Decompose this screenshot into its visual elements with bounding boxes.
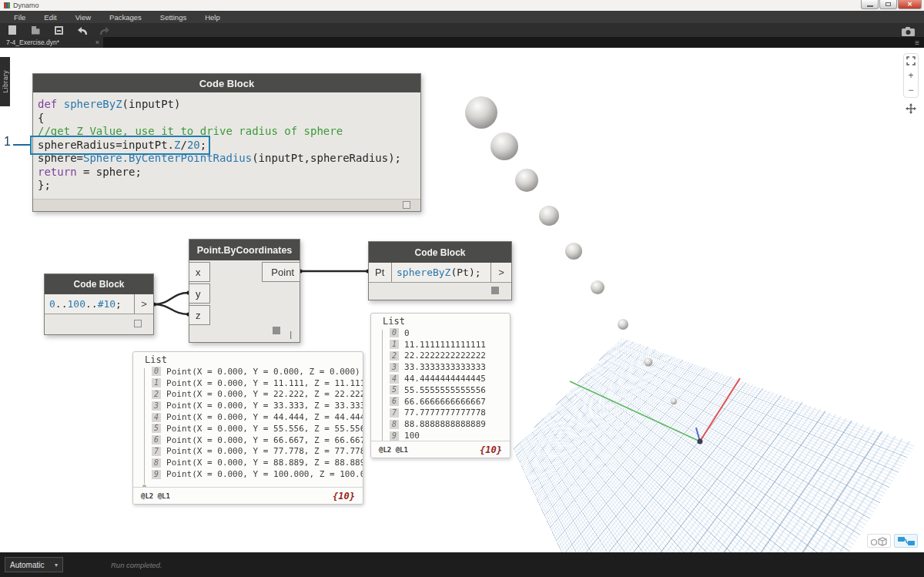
close-button[interactable]: ✕ [898,0,922,9]
library-label: Library [2,70,9,92]
input-port-y[interactable]: y [189,283,210,304]
tab-close-icon[interactable]: × [95,39,99,46]
redo-icon [99,25,110,35]
sphere-3d [618,319,628,330]
maximize-button[interactable] [879,0,897,9]
minimize-icon [867,5,873,7]
lacing-indicator[interactable]: | [290,330,292,339]
sphere-3d [490,133,518,160]
node-code-block-call[interactable]: Code Block Pt sphereByZ(Pt); > [368,241,512,300]
list-item: 1Point(X = 0.000, Y = 11.111, Z = 11.111… [152,377,363,389]
preview-bubble-values[interactable]: List 00111.1111111111111222.222222222222… [370,313,511,458]
list-title: List [133,352,363,366]
list-rows: 0Point(X = 0.000, Y = 0.000, Z = 0.000)1… [152,366,363,480]
menu-item-help[interactable]: Help [196,13,229,22]
list-index-badge: 9 [152,470,161,479]
list-item: 888.8888888888889 [390,418,510,430]
node-code-block-range[interactable]: Code Block 0..100..#10; > [44,273,154,335]
list-item: 4Point(X = 0.000, Y = 44.444, Z = 44.444… [152,411,363,423]
preview-bubble-points[interactable]: List 0Point(X = 0.000, Y = 0.000, Z = 0.… [132,351,363,505]
output-port-point[interactable]: Point [262,262,300,282]
node-header[interactable]: Point.ByCoordinates [189,240,300,260]
node-point-by-coordinates[interactable]: Point.ByCoordinates x y z Point | [189,239,300,343]
list-value: 11.1111111111111 [404,340,486,350]
list-index-badge: 8 [152,458,161,468]
list-index-badge: 5 [390,385,399,394]
list-index-badge: 7 [152,447,161,456]
preview-checkbox[interactable] [403,201,410,209]
list-index-badge: 3 [152,401,161,411]
lacing-levels[interactable]: @L2 @L1 [379,446,408,454]
list-rows: 00111.1111111111111222.2222222222222333.… [390,327,510,441]
geometry-preview-button[interactable] [867,534,891,548]
tab-exercise[interactable]: 7-4_Exercise.dyn* × [0,37,103,48]
window-title: Dynamo [13,2,39,9]
pan-button[interactable] [906,104,916,113]
list-item: 3Point(X = 0.000, Y = 33.333, Z = 33.333… [152,400,363,411]
list-value: 44.4444444444445 [404,374,486,384]
run-mode-dropdown[interactable]: Automatic ▾ [5,557,63,572]
list-value: Point(X = 0.000, Y = 88.889, Z = 88.889) [166,458,363,468]
save-button[interactable] [53,25,64,35]
input-port-z[interactable]: z [189,305,210,325]
status-message: Run completed. [111,561,162,569]
list-index-badge: 8 [390,420,399,429]
list-index-badge: 1 [390,340,399,349]
list-value: Point(X = 0.000, Y = 0.000, Z = 0.000) [166,367,360,377]
list-value: 77.7777777777778 [404,408,486,418]
open-folder-icon [32,26,40,35]
new-file-button[interactable] [7,25,18,35]
preview-checkbox[interactable] [273,327,280,334]
geometry-preview-icon [870,536,889,546]
list-value: 55.5555555555556 [404,385,486,395]
list-index-badge: 4 [390,374,399,384]
menu-item-settings[interactable]: Settings [151,13,196,22]
grid-plane-3d [514,337,916,552]
input-port-x[interactable]: x [189,262,210,282]
code-editor[interactable]: sphereByZ(Pt); [391,263,490,282]
undo-button[interactable] [76,25,87,35]
redo-button[interactable] [99,25,110,35]
list-index-badge: 2 [390,351,399,361]
output-port[interactable]: > [134,294,153,314]
preview-checkbox[interactable] [134,320,142,327]
node-header[interactable]: Code Block [33,74,420,92]
minimize-button[interactable] [861,0,879,9]
graph-view-button[interactable] [894,534,918,548]
list-tree-line [382,330,383,444]
tab-list-icon[interactable]: ≡ [915,39,919,47]
code-editor[interactable]: 0..100..#10; [45,294,134,314]
sphere-3d [515,169,538,192]
node-header[interactable]: Code Block [369,242,511,263]
sphere-3d [565,243,582,260]
list-value: 66.6666666666667 [404,397,486,407]
list-item: 555.5555555555556 [390,384,510,396]
list-item: 6Point(X = 0.000, Y = 66.667, Z = 66.667… [152,434,363,446]
menu-item-edit[interactable]: Edit [35,13,65,22]
list-value: 22.2222222222222 [404,351,486,361]
lacing-levels[interactable]: @L2 @L1 [141,492,170,500]
graph-canvas[interactable]: Library [0,48,924,552]
list-item: 9100 [390,430,510,441]
annotation-callout-line [13,144,30,146]
library-panel-tab[interactable]: Library [0,57,10,106]
menu-item-packages[interactable]: Packages [100,13,151,22]
input-port-pt[interactable]: Pt [369,263,391,282]
sphere-3d [539,206,559,226]
list-item: 2Point(X = 0.000, Y = 22.222, Z = 22.222… [152,389,363,401]
list-index-badge: 3 [390,363,399,372]
zoom-out-button[interactable]: − [906,86,916,95]
menu-item-file[interactable]: File [5,13,35,22]
list-index-badge: 2 [152,390,161,399]
preview-checkbox[interactable] [491,287,499,294]
menu-item-view[interactable]: View [66,13,100,22]
fit-view-button[interactable] [906,56,916,65]
zoom-in-button[interactable]: + [906,71,916,80]
annotation-highlight-box [30,136,210,155]
output-port[interactable]: > [490,263,511,282]
menu-bar: FileEditViewPackagesSettingsHelp [0,11,924,23]
annotation-number: 1 [4,135,11,149]
open-file-button[interactable] [30,25,41,35]
node-header[interactable]: Code Block [45,274,153,294]
code-line: 0..100..#10; [49,298,122,310]
